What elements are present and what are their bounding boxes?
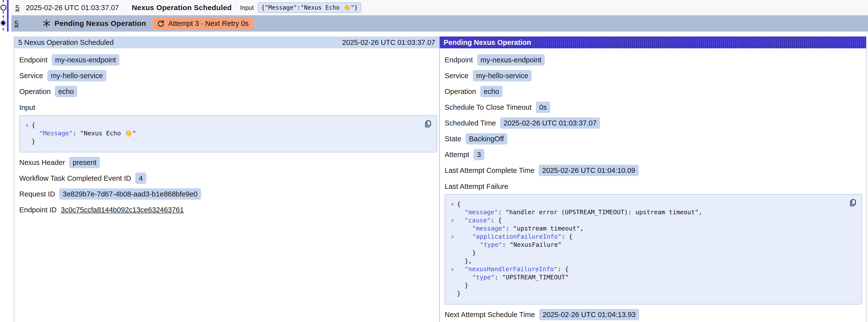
event-timestamp: 2025-02-26 UTC 01:03:37.07	[26, 4, 119, 12]
field-row: Last Attempt Complete Time 2025-02-26 UT…	[444, 165, 862, 176]
copy-failure-button[interactable]	[848, 198, 857, 207]
timeline-active-bar	[7, 0, 9, 32]
field-row: Scheduled Time 2025-02-26 UTC 01:03:37.0…	[444, 117, 862, 129]
code-line: ∨{	[448, 200, 844, 208]
next-attempt-row: Next Attempt Schedule Time 2025-02-26 UT…	[444, 309, 862, 320]
field-value-badge: my-hello-service	[48, 70, 106, 82]
field-label: Workflow Task Completed Event ID	[19, 174, 131, 183]
field-value-badge: echo	[480, 86, 503, 97]
field-row: Schedule To Close Timeout 0s	[444, 102, 862, 113]
field-label: Attempt	[444, 151, 469, 159]
pending-asterisk-icon	[42, 19, 51, 28]
endpoint-id-row: Endpoint ID 3c0c75ccfa8144b092c13ce63246…	[19, 204, 437, 216]
field-label: Schedule To Close Timeout	[444, 103, 532, 111]
pending-operation-row[interactable]: 5 Pending Nexus Operation Attempt 3 · Ne…	[11, 15, 868, 32]
input-json-block: ∨{"Message": "Nexus Echo 👋"}	[19, 115, 437, 152]
timeline-event-marker-current[interactable]	[0, 20, 6, 26]
pending-operation-title: Pending Nexus Operation	[55, 19, 146, 28]
pending-operation-header: Pending Nexus Operation	[440, 36, 866, 48]
collapse-chevron-icon[interactable]: ∨	[448, 265, 457, 273]
field-label: Endpoint	[19, 56, 48, 64]
failure-json-block: ∨{"message": "handler error (UPSTREAM_TI…	[444, 194, 862, 304]
field-value-badge: BackingOff	[466, 133, 507, 144]
field-value-badge: echo	[55, 86, 77, 97]
collapse-chevron-icon[interactable]: ∨	[448, 232, 457, 240]
code-line: }	[23, 137, 420, 146]
field-value-badge: my-nexus-endpoint	[477, 54, 545, 66]
failure-block-label: Last Attempt Failure	[444, 183, 862, 191]
pending-event-id-link[interactable]: 5	[14, 19, 19, 28]
code-line: "message": "handler error (UPSTREAM_TIME…	[448, 208, 844, 216]
pending-fields: Endpoint my-nexus-endpoint Service my-he…	[444, 54, 862, 176]
code-line: ∨{	[23, 121, 420, 129]
event-fields: Endpoint my-nexus-endpoint Service my-he…	[19, 54, 437, 97]
collapse-chevron-icon[interactable]: ∨	[23, 121, 32, 129]
timeline-dashed-connector-top	[3, 0, 4, 4]
event-detail-section: 5 Nexus Operation Scheduled 2025-02-26 U…	[14, 36, 440, 322]
field-label: Service	[19, 72, 43, 80]
pending-operation-section: Pending Nexus Operation Endpoint my-nexu…	[440, 36, 866, 322]
event-detail-header-title: 5 Nexus Operation Scheduled	[18, 38, 114, 46]
collapse-chevron-icon[interactable]: ∨	[448, 216, 457, 224]
endpoint-id-link[interactable]: 3c0c75ccfa8144b092c13ce632463761	[61, 206, 184, 214]
event-title: Nexus Operation Scheduled	[132, 3, 232, 12]
attempt-retry-badge: Attempt 3 · Next Retry 0s	[153, 18, 253, 30]
event-detail-header: 5 Nexus Operation Scheduled 2025-02-26 U…	[14, 36, 439, 48]
field-value-badge: 3e829b7e-7d67-4b08-aad3-b1e868bfe9e0	[59, 188, 201, 200]
field-row: State BackingOff	[444, 133, 862, 144]
field-label: State	[444, 135, 461, 143]
event-input-label: Input	[240, 4, 254, 11]
event-detail-header-timestamp: 2025-02-26 UTC 01:03:37.07	[342, 38, 435, 46]
code-line: }	[448, 289, 844, 298]
event-id-link[interactable]: 5	[15, 3, 20, 12]
field-value-badge: 0s	[536, 102, 551, 113]
field-value-badge: 4	[135, 172, 146, 184]
field-value-badge: my-hello-service	[473, 70, 532, 82]
copy-icon	[848, 198, 857, 207]
event-details-panel: 5 Nexus Operation Scheduled 2025-02-26 U…	[14, 36, 867, 322]
field-row: Endpoint my-nexus-endpoint	[19, 54, 437, 66]
field-row: Service my-hello-service	[19, 70, 437, 82]
field-row: Service my-hello-service	[444, 70, 862, 82]
event-fields-after: Nexus Header present Workflow Task Compl…	[19, 157, 437, 200]
collapse-chevron-icon[interactable]: ∨	[448, 200, 457, 208]
pending-operation-header-title: Pending Nexus Operation	[444, 38, 531, 46]
event-history-row[interactable]: 5 2025-02-26 UTC 01:03:37.07 Nexus Opera…	[11, 0, 868, 15]
field-row: Operation echo	[444, 86, 862, 97]
code-line: },	[448, 257, 844, 265]
code-line: ∨"nexusHandlerFailureInfo": {	[448, 265, 844, 273]
field-value-badge: present	[69, 157, 100, 168]
field-label: Request ID	[19, 190, 55, 198]
field-value-badge: 2025-02-26 UTC 01:03:37.07	[500, 117, 600, 129]
field-value-badge: 2025-02-26 UTC 01:04:10.09	[538, 165, 639, 176]
field-label: Scheduled Time	[444, 119, 496, 127]
field-value-badge: 3	[473, 149, 484, 160]
code-line: ∨"applicationFailureInfo": {	[448, 232, 844, 240]
code-line: ∨"cause": {	[448, 216, 844, 224]
next-attempt-value-badge: 2025-02-26 UTC 01:04:13.93	[539, 309, 639, 320]
field-label: Operation	[19, 88, 51, 96]
field-label: Last Attempt Complete Time	[444, 166, 534, 174]
timeline-rail	[0, 0, 11, 322]
input-block-label: Input	[19, 103, 437, 112]
code-line: }	[448, 249, 844, 257]
next-attempt-label: Next Attempt Schedule Time	[444, 311, 535, 319]
field-row: Operation echo	[19, 86, 437, 97]
code-line: "type": "UPSTREAM_TIMEOUT"	[448, 273, 844, 281]
field-label: Nexus Header	[19, 159, 65, 167]
code-line: "Message": "Nexus Echo 👋"	[23, 129, 420, 137]
event-input-preview-chip[interactable]: {"Message":"Nexus Echo 👋"}	[258, 2, 361, 13]
field-label: Operation	[444, 88, 476, 96]
field-row: Attempt 3	[444, 149, 862, 160]
endpoint-id-label: Endpoint ID	[19, 206, 57, 214]
field-label: Endpoint	[444, 56, 473, 64]
copy-input-button[interactable]	[424, 120, 432, 128]
attempt-retry-text: Attempt 3 · Next Retry 0s	[168, 20, 249, 28]
code-line: "type": "NexusFailure"	[448, 240, 844, 249]
timeline-event-marker-open[interactable]	[0, 5, 6, 10]
retry-icon	[157, 20, 165, 27]
code-line: }	[448, 281, 844, 289]
field-row: Endpoint my-nexus-endpoint	[444, 54, 862, 66]
field-value-badge: my-nexus-endpoint	[52, 54, 120, 66]
field-row: Nexus Header present	[19, 157, 437, 168]
